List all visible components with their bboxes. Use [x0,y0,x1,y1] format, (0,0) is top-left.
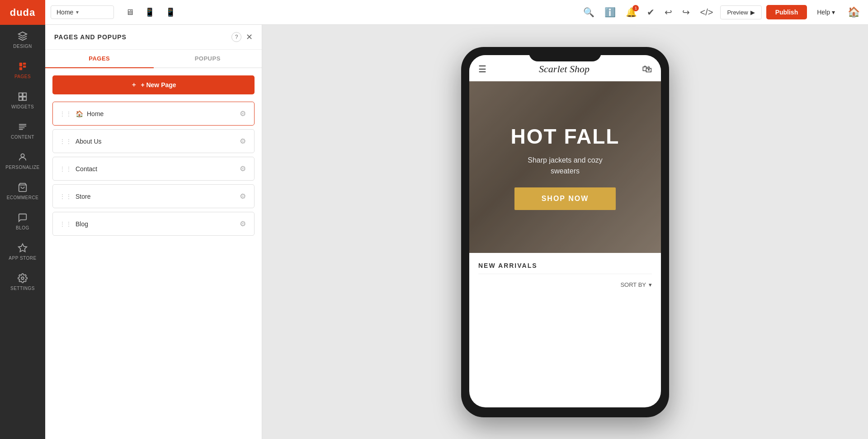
sidebar-item-pages[interactable]: PAGES [0,55,45,85]
sidebar-item-widgets[interactable]: WIDGETS [0,85,45,116]
logo: duda [10,7,36,19]
sidebar-item-label: WIDGETS [11,104,34,109]
svg-point-10 [21,277,24,280]
page-item-about[interactable]: ⋮⋮ About Us ⚙ [52,129,255,153]
top-bar: Home ▾ 🖥 📱 📱 🔍 ℹ️ 🔔 1 ✔ ↩ ↪ </> Preview … [45,0,868,25]
shop-now-btn[interactable]: SHOP NOW [514,187,616,210]
check-btn[interactable]: ✔ [644,4,657,20]
tab-popups[interactable]: POPUPS [154,50,262,68]
page-name-contact: Contact [75,165,234,173]
svg-point-8 [21,154,24,157]
pages-icon [18,61,28,71]
drag-handle-icon: ⋮⋮ [59,165,72,173]
widgets-icon [18,92,28,102]
page-settings-icon-contact[interactable]: ⚙ [238,163,248,175]
sidebar-item-blog[interactable]: BLOG [0,206,45,237]
page-name-about: About Us [75,138,234,145]
main-canvas: ☰ Scarlet Shop 🛍 HOT FALL Sharp jackets … [262,25,868,439]
page-item-contact[interactable]: ⋮⋮ Contact ⚙ [52,157,255,181]
sidebar-item-label: PERSONALIZE [5,165,40,170]
new-page-btn[interactable]: ＋ + New Page [52,75,255,94]
logo-area[interactable]: duda [0,0,45,25]
hero-section: HOT FALL Sharp jackets and cozysweaters … [469,81,661,253]
sidebar-item-personalize[interactable]: PERSONALIZE [0,146,45,176]
page-item-blog[interactable]: ⋮⋮ Blog ⚙ [52,212,255,236]
page-item-store[interactable]: ⋮⋮ Store ⚙ [52,184,255,208]
phone-mockup: ☰ Scarlet Shop 🛍 HOT FALL Sharp jackets … [461,47,669,417]
sidebar-item-settings[interactable]: SETTINGS [0,267,45,297]
shop-title: Scarlet Shop [539,63,590,75]
page-name-home: Home [87,110,234,117]
arrivals-section: NEW ARRIVALS SORT BY ▾ [469,253,661,302]
svg-rect-5 [23,93,26,96]
publish-label: Publish [775,9,798,16]
home-icon-btn[interactable]: 🏠 [845,4,863,21]
hamburger-icon[interactable]: ☰ [478,64,486,75]
publish-btn[interactable]: Publish [766,5,807,19]
help-chevron: ▾ [832,9,835,16]
undo-btn[interactable]: ↩ [662,4,675,20]
left-sidebar: duda DESIGN PAGES WIDGETS CONTENT PERSON… [0,0,45,439]
hero-title: HOT FALL [511,124,620,149]
page-settings-icon-blog[interactable]: ⚙ [238,218,248,230]
page-item-home[interactable]: ⋮⋮ 🏠 Home ⚙ [52,102,255,126]
sidebar-item-label: BLOG [16,225,29,230]
mobile-view-btn[interactable]: 📱 [161,5,180,20]
design-icon [18,31,28,41]
preview-btn[interactable]: Preview ▶ [720,5,761,19]
code-btn[interactable]: </> [697,5,716,20]
redo-btn[interactable]: ↪ [679,4,693,20]
page-name-blog: Blog [75,220,234,228]
sidebar-item-ecommerce[interactable]: ECOMMERCE [0,176,45,206]
page-selector-chevron: ▾ [76,9,79,15]
plus-icon: ＋ [131,81,137,89]
page-selector[interactable]: Home ▾ [51,5,114,19]
svg-rect-6 [19,97,22,100]
sidebar-item-design[interactable]: DESIGN [0,25,45,55]
search-btn[interactable]: 🔍 [580,4,597,20]
panel-help-btn[interactable]: ? [231,32,241,42]
sort-label: SORT BY [620,281,646,288]
svg-rect-4 [19,93,22,96]
info-btn[interactable]: ℹ️ [602,4,618,20]
blog-icon [18,213,28,223]
preview-play-icon: ▶ [750,9,755,16]
hero-content: HOT FALL Sharp jackets and cozysweaters … [511,124,620,210]
drag-handle-icon: ⋮⋮ [59,193,72,200]
svg-rect-7 [23,97,26,100]
help-btn[interactable]: Help ▾ [811,5,840,19]
panel-header-actions: ? ✕ [231,32,253,42]
personalize-icon [18,152,28,162]
top-bar-actions: 🔍 ℹ️ 🔔 1 ✔ ↩ ↪ </> Preview ▶ Publish Hel… [580,4,863,21]
drag-handle-icon: ⋮⋮ [59,220,72,228]
sidebar-item-label: SETTINGS [10,286,35,291]
phone-notch [529,47,601,61]
panel-title: PAGES AND POPUPS [54,33,127,41]
sidebar-item-label: CONTENT [11,135,34,140]
page-settings-icon-store[interactable]: ⚙ [238,190,248,202]
page-name-store: Store [75,193,234,200]
sort-chevron-icon: ▾ [649,281,652,288]
sidebar-item-appstore[interactable]: APP STORE [0,237,45,267]
tab-pages[interactable]: PAGES [45,50,154,68]
pages-panel: PAGES AND POPUPS ? ✕ PAGES POPUPS ＋ + Ne… [45,25,262,439]
sidebar-item-label: ECOMMERCE [7,195,39,200]
phone-screen: ☰ Scarlet Shop 🛍 HOT FALL Sharp jackets … [469,55,661,407]
drag-handle-icon: ⋮⋮ [59,138,72,145]
new-page-label: + New Page [141,81,176,89]
page-settings-icon-home[interactable]: ⚙ [238,107,248,120]
desktop-view-btn[interactable]: 🖥 [121,5,138,20]
drag-handle-icon: ⋮⋮ [59,110,72,117]
arrivals-divider [478,274,652,274]
cart-icon[interactable]: 🛍 [642,63,652,75]
content-icon [18,122,28,132]
page-settings-icon-about[interactable]: ⚙ [238,135,248,147]
panel-close-btn[interactable]: ✕ [246,33,253,41]
tablet-view-btn[interactable]: 📱 [140,5,159,20]
sidebar-item-content[interactable]: CONTENT [0,116,45,146]
settings-icon [18,273,28,283]
notification-btn[interactable]: 🔔 1 [623,4,640,20]
ecommerce-icon [18,182,28,192]
svg-rect-3 [19,67,22,70]
hero-subtitle: Sharp jackets and cozysweaters [511,155,620,177]
